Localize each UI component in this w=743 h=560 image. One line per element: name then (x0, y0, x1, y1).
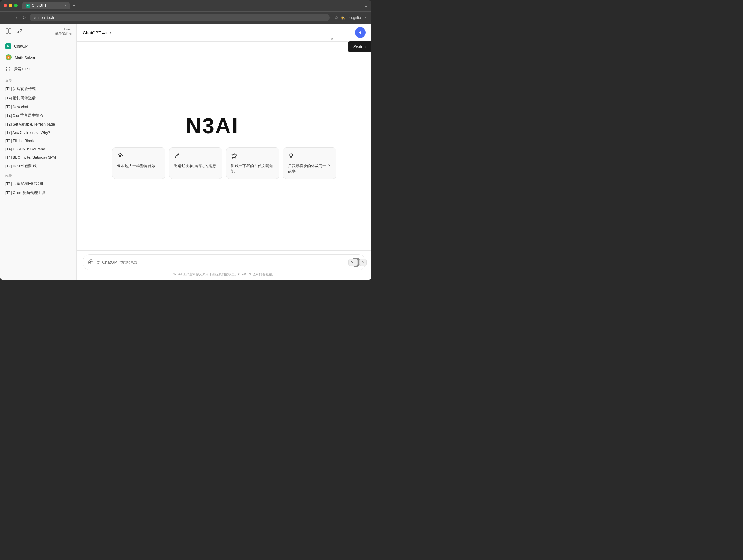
address-text: nbai.tech (38, 15, 54, 20)
model-chevron-icon: ∨ (109, 31, 112, 35)
suggestion-card-3[interactable]: 用我最喜欢的体裁写一个故事 (283, 147, 336, 179)
chat-item[interactable]: [T2] Hash性能测试 (2, 162, 74, 171)
nbai-logo-svg: N3AI (186, 113, 263, 137)
chat-input[interactable] (96, 260, 348, 265)
suggestion-text-2: 测试一下我的古代文明知识 (231, 164, 273, 173)
suggestions-grid: 像本地人一样游览首尔 邀请朋友参加婚礼的消息 (112, 147, 336, 179)
incognito-button[interactable]: 🕵 Incognito (341, 16, 361, 20)
address-actions: ☆ 🕵 Incognito ⋮ (334, 15, 368, 20)
chat-item[interactable]: [T2] 共享局域网打印机 (2, 179, 74, 188)
brand-logo: N3AI (186, 113, 263, 137)
chat-item[interactable]: [T4] GJSON in GoFrame (2, 145, 74, 153)
help-button[interactable]: ? (359, 259, 367, 266)
switch-overlay-button[interactable]: Switch (348, 41, 372, 52)
switch-close-button[interactable]: × (331, 37, 333, 42)
new-chat-button[interactable] (16, 27, 24, 36)
user-info: User: 98/100/(1h) (55, 27, 72, 36)
security-icon: ⊕ (34, 16, 37, 20)
back-button[interactable]: ← (4, 14, 10, 21)
new-tab-button[interactable]: + (71, 3, 77, 8)
tab-title: ChatGPT (32, 4, 47, 8)
crown-icon: ♦ (359, 30, 361, 35)
bookmark-button[interactable]: ☆ (334, 15, 339, 20)
suggestion-text-3: 用我最喜欢的体裁写一个故事 (288, 164, 330, 173)
chat-item[interactable]: [T2] Glider反向代理工具 (2, 188, 74, 198)
chat-item[interactable]: [T2] Fill the Blank (2, 137, 74, 145)
yesterday-section-label: 昨天 (0, 171, 77, 179)
tab-close-button[interactable]: × (64, 4, 66, 7)
user-stats: 98/100/(1h) (55, 32, 72, 36)
svg-point-12 (290, 154, 293, 157)
chat-item[interactable]: [T4] 罗马宴会传统 (2, 84, 74, 94)
forward-button[interactable]: → (12, 14, 19, 21)
chat-item[interactable]: [T4] BBQ Invite: Saturday 3PM (2, 153, 74, 162)
active-tab[interactable]: G ChatGPT × (23, 2, 70, 9)
terminal-button[interactable]: >_ (348, 259, 358, 266)
close-icon: × (331, 37, 333, 42)
suggestion-text-1: 邀请朋友参加婚礼的消息 (174, 164, 216, 168)
main-header: ChatGPT 4o ∨ ♦ (77, 24, 372, 42)
header-right: ♦ (355, 27, 365, 38)
input-wrap: ↑ (83, 254, 365, 270)
svg-rect-1 (9, 29, 11, 33)
svg-rect-11 (119, 155, 121, 157)
sidebar-item-explore-gpt[interactable]: 探索 GPT (2, 64, 74, 75)
chatgpt-icon: N (5, 43, 11, 49)
model-name: ChatGPT 4o (83, 30, 107, 35)
main-content: ChatGPT 4o ∨ ♦ × Switch (77, 24, 372, 280)
sidebar-header: User: 98/100/(1h) (0, 24, 77, 40)
suggestion-icon-3 (288, 153, 331, 160)
svg-rect-0 (6, 29, 8, 33)
reload-button[interactable]: ↻ (21, 14, 27, 21)
address-input[interactable]: ⊕ nbai.tech (30, 14, 330, 21)
footer-text: "NBAI"工作空间聊天未用于训练我们的模型。ChatGPT 也可能会犯错。 (83, 270, 365, 277)
svg-point-5 (8, 67, 10, 68)
bottom-actions: >_ ? (348, 259, 367, 266)
math-solver-icon: ∑ (5, 54, 12, 61)
suggestion-text-0: 像本地人一样游览首尔 (117, 164, 155, 168)
suggestion-card-2[interactable]: 测试一下我的古代文明知识 (226, 147, 279, 179)
sidebar-item-label: ChatGPT (14, 44, 30, 48)
sidebar-toggle-button[interactable] (5, 27, 12, 36)
address-bar: ← → ↻ ⊕ nbai.tech ☆ 🕵 Incognito ⋮ (0, 11, 372, 24)
suggestion-icon-1 (174, 153, 217, 160)
sidebar-nav: N ChatGPT (0, 40, 77, 76)
titlebar: G ChatGPT × + ⌄ (0, 0, 372, 11)
suggestion-card-1[interactable]: 邀请朋友参加婚礼的消息 (169, 147, 222, 179)
model-selector[interactable]: ChatGPT 4o ∨ (83, 30, 112, 35)
app-body: User: 98/100/(1h) N ChatGPT (0, 24, 372, 280)
sidebar: User: 98/100/(1h) N ChatGPT (0, 24, 77, 280)
traffic-lights (4, 4, 18, 7)
sidebar-item-label: 探索 GPT (13, 67, 30, 72)
svg-rect-10 (118, 157, 123, 157)
suggestion-icon-0 (117, 153, 160, 160)
svg-text:N3AI: N3AI (186, 114, 239, 137)
sidebar-item-math-solver[interactable]: ∑ Math Solver (2, 52, 74, 64)
incognito-label: Incognito (346, 16, 361, 20)
attach-button[interactable] (88, 259, 94, 266)
sidebar-item-label: Math Solver (15, 55, 35, 60)
chat-item[interactable]: [T2] Css 垂直居中技巧 (2, 111, 74, 120)
premium-button[interactable]: ♦ (355, 27, 365, 38)
menu-button[interactable]: ⋮ (363, 15, 368, 20)
switch-label: Switch (353, 44, 365, 49)
maximize-window-button[interactable] (14, 4, 18, 7)
yesterday-chat-list: [T2] 共享局域网打印机 [T2] Glider反向代理工具 (0, 179, 77, 198)
svg-text:∑: ∑ (8, 56, 9, 59)
today-section-label: 今天 (0, 76, 77, 84)
browser-frame: G ChatGPT × + ⌄ ← → ↻ ⊕ nbai.tech ☆ 🕵 In… (0, 0, 372, 280)
incognito-icon: 🕵 (341, 16, 345, 20)
svg-point-6 (6, 70, 7, 71)
chat-item[interactable]: [T2] Set variable, refresh page (2, 120, 74, 128)
suggestion-card-0[interactable]: 像本地人一样游览首尔 (112, 147, 165, 179)
chat-item[interactable]: [T2] New chat (2, 103, 74, 111)
tab-favicon: G (26, 4, 30, 8)
collapse-button[interactable]: ⌄ (364, 3, 368, 8)
chat-item[interactable]: [T7] Anc Civ Interest: Why? (2, 128, 74, 137)
close-window-button[interactable] (4, 4, 7, 7)
minimize-window-button[interactable] (9, 4, 12, 7)
chat-item[interactable]: [T4] 婚礼同伴邀请 (2, 94, 74, 103)
sidebar-item-chatgpt[interactable]: N ChatGPT (2, 41, 74, 52)
input-area: ↑ "NBAI"工作空间聊天未用于训练我们的模型。ChatGPT 也可能会犯错。 (77, 251, 372, 280)
user-label: User: (55, 27, 72, 32)
